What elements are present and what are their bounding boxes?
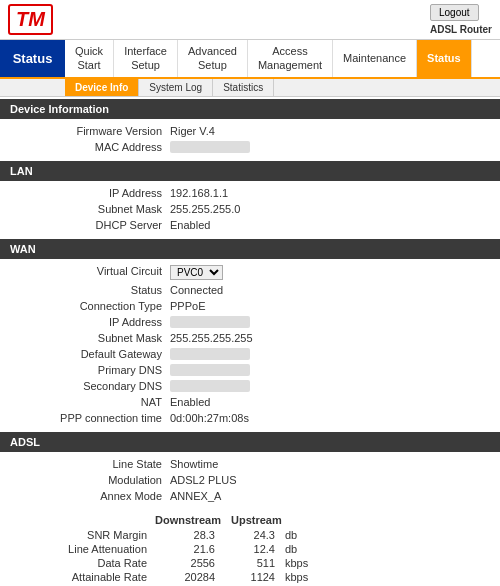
- adsl-stat-up: 12.4: [225, 543, 285, 555]
- wan-subnet-value: 255.255.255.255: [170, 332, 253, 344]
- nav-interface-setup[interactable]: InterfaceSetup: [114, 40, 178, 77]
- adsl-modulation-value: ADSL2 PLUS: [170, 474, 237, 486]
- nav-maintenance[interactable]: Maintenance: [333, 40, 417, 77]
- lan-ip-label: IP Address: [10, 187, 170, 199]
- mac-value: [170, 141, 250, 153]
- adsl-stats: Downstream Upstream SNR Margin 28.3 24.3…: [0, 508, 500, 586]
- content: Device Information Firmware Version Rige…: [0, 99, 500, 586]
- sub-nav-statistics[interactable]: Statistics: [213, 79, 274, 96]
- wan-vc-label: Virtual Circuit: [10, 265, 170, 280]
- adsl-stat-down: 2556: [155, 557, 225, 569]
- sub-nav-device-info[interactable]: Device Info: [65, 79, 139, 96]
- lan-dhcp-row: DHCP Server Enabled: [0, 217, 500, 233]
- adsl-stat-label: SNR Margin: [10, 529, 155, 541]
- wan-dns2-label: Secondary DNS: [10, 380, 170, 392]
- wan-conntype-label: Connection Type: [10, 300, 170, 312]
- wan-gw-value: [170, 348, 250, 360]
- wan-ppp-value: 0d:00h:27m:08s: [170, 412, 249, 424]
- sub-nav: Device Info System Log Statistics: [0, 79, 500, 97]
- wan-gw-label: Default Gateway: [10, 348, 170, 360]
- header-right: Logout ADSL Router: [430, 4, 492, 35]
- lan-ip-row: IP Address 192.168.1.1: [0, 185, 500, 201]
- adsl-col-upstream-header: Upstream: [231, 514, 292, 526]
- adsl-stat-unit: db: [285, 529, 297, 541]
- wan-dns1-value: [170, 364, 250, 376]
- sub-nav-system-log[interactable]: System Log: [139, 79, 213, 96]
- lan-subnet-value: 255.255.255.0: [170, 203, 240, 215]
- adsl-stat-row: Data Rate 2556 511 kbps: [10, 556, 490, 570]
- wan-nat-row: NAT Enabled: [0, 394, 500, 410]
- wan-dns2-row: Secondary DNS: [0, 378, 500, 394]
- adsl-stat-up: 1124: [225, 571, 285, 583]
- wan-status-value: Connected: [170, 284, 223, 296]
- wan-nat-value: Enabled: [170, 396, 210, 408]
- adsl-stats-header: Downstream Upstream: [10, 512, 490, 528]
- wan-section-header: WAN: [0, 239, 500, 259]
- wan-table: Virtual Circuit PVC0PVC1PVC2PVC3 PVC4PVC…: [0, 259, 500, 430]
- adsl-col-downstream-header: Downstream: [155, 514, 231, 526]
- adsl-stat-down: 21.6: [155, 543, 225, 555]
- tm-logo: TM: [8, 4, 53, 35]
- device-info-section-header: Device Information: [0, 99, 500, 119]
- adsl-annex-row: Annex Mode ANNEX_A: [0, 488, 500, 504]
- lan-subnet-label: Subnet Mask: [10, 203, 170, 215]
- adsl-section-header: ADSL: [0, 432, 500, 452]
- adsl-stat-label: Data Rate: [10, 557, 155, 569]
- adsl-annex-value: ANNEX_A: [170, 490, 221, 502]
- adsl-rows-container: SNR Margin 28.3 24.3 db Line Attenuation…: [10, 528, 490, 586]
- wan-vc-row: Virtual Circuit PVC0PVC1PVC2PVC3 PVC4PVC…: [0, 263, 500, 282]
- wan-subnet-row: Subnet Mask 255.255.255.255: [0, 330, 500, 346]
- wan-dns1-row: Primary DNS: [0, 362, 500, 378]
- nav-advanced-setup[interactable]: AdvancedSetup: [178, 40, 248, 77]
- lan-table: IP Address 192.168.1.1 Subnet Mask 255.2…: [0, 181, 500, 237]
- adsl-stat-row: Line Attenuation 21.6 12.4 db: [10, 542, 490, 556]
- adsl-modulation-row: Modulation ADSL2 PLUS: [0, 472, 500, 488]
- wan-vc-select[interactable]: PVC0PVC1PVC2PVC3 PVC4PVC5PVC6PVC7: [170, 265, 223, 280]
- nav-access-management[interactable]: AccessManagement: [248, 40, 333, 77]
- adsl-linestate-row: Line State Showtime: [0, 456, 500, 472]
- adsl-stat-down: 28.3: [155, 529, 225, 541]
- device-info-table: Firmware Version Riger V.4 MAC Address: [0, 119, 500, 159]
- logo: TM: [8, 4, 53, 35]
- adsl-stat-down: 20284: [155, 571, 225, 583]
- lan-section-header: LAN: [0, 161, 500, 181]
- nav-bar: Status QuickStart InterfaceSetup Advance…: [0, 40, 500, 79]
- wan-ip-row: IP Address: [0, 314, 500, 330]
- router-title: ADSL Router: [430, 24, 492, 35]
- adsl-stat-label: Line Attenuation: [10, 543, 155, 555]
- wan-status-label: Status: [10, 284, 170, 296]
- wan-status-row: Status Connected: [0, 282, 500, 298]
- adsl-linestate-value: Showtime: [170, 458, 218, 470]
- firmware-value: Riger V.4: [170, 125, 215, 137]
- adsl-col-unit-header: [292, 514, 295, 526]
- adsl-linestate-label: Line State: [10, 458, 170, 470]
- nav-items: QuickStart InterfaceSetup AdvancedSetup …: [65, 40, 500, 77]
- adsl-stat-unit: kbps: [285, 571, 308, 583]
- adsl-stat-up: 24.3: [225, 529, 285, 541]
- wan-dns2-value: [170, 380, 250, 392]
- wan-ppp-label: PPP connection time: [10, 412, 170, 424]
- nav-status[interactable]: Status: [417, 40, 472, 77]
- adsl-annex-label: Annex Mode: [10, 490, 170, 502]
- adsl-stat-up: 511: [225, 557, 285, 569]
- lan-dhcp-value: Enabled: [170, 219, 210, 231]
- wan-dns1-label: Primary DNS: [10, 364, 170, 376]
- mac-label: MAC Address: [10, 141, 170, 153]
- adsl-modulation-label: Modulation: [10, 474, 170, 486]
- wan-conntype-value: PPPoE: [170, 300, 205, 312]
- firmware-row: Firmware Version Riger V.4: [0, 123, 500, 139]
- nav-quick-start[interactable]: QuickStart: [65, 40, 114, 77]
- header: TM Logout ADSL Router: [0, 0, 500, 40]
- adsl-info-table: Line State Showtime Modulation ADSL2 PLU…: [0, 452, 500, 508]
- logout-button[interactable]: Logout: [430, 4, 479, 21]
- wan-nat-label: NAT: [10, 396, 170, 408]
- mac-row: MAC Address: [0, 139, 500, 155]
- wan-gw-row: Default Gateway: [0, 346, 500, 362]
- adsl-stat-row: SNR Margin 28.3 24.3 db: [10, 528, 490, 542]
- nav-status-label: Status: [0, 40, 65, 77]
- adsl-col-label-header: [10, 514, 155, 526]
- wan-ip-label: IP Address: [10, 316, 170, 328]
- wan-conntype-row: Connection Type PPPoE: [0, 298, 500, 314]
- lan-ip-value: 192.168.1.1: [170, 187, 228, 199]
- adsl-stat-unit: kbps: [285, 557, 308, 569]
